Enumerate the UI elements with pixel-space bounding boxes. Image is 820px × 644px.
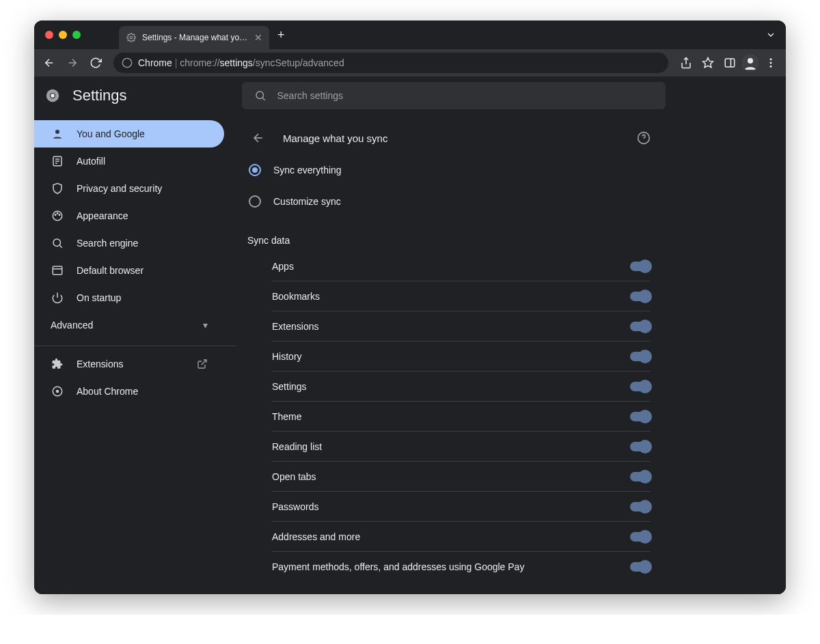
radio-unselected-icon	[249, 195, 261, 208]
svg-point-18	[55, 130, 59, 134]
profile-avatar[interactable]	[742, 55, 758, 71]
sidebar-item-label: Default browser	[77, 265, 144, 276]
chrome-logo-icon	[45, 88, 60, 103]
toggle-extensions[interactable]	[630, 322, 651, 331]
chrome-icon	[51, 385, 64, 397]
palette-icon	[51, 210, 64, 222]
sync-row-reading-list: Reading list	[272, 432, 651, 462]
browser-toolbar: Chrome | chrome://settings/syncSetup/adv…	[34, 49, 786, 76]
settings-header: Settings	[34, 76, 786, 115]
svg-line-28	[59, 245, 62, 247]
shield-icon	[51, 182, 64, 195]
forward-button[interactable]	[63, 53, 82, 72]
sync-row-label: Settings	[272, 381, 307, 392]
sync-row-label: Reading list	[272, 441, 322, 452]
toggle-passwords[interactable]	[630, 502, 651, 512]
sync-row-label: Bookmarks	[272, 291, 320, 302]
sync-row-passwords: Passwords	[272, 492, 651, 522]
sidebar-advanced-label: Advanced	[51, 320, 93, 331]
page-content: Settings You and Google Autofill	[34, 76, 786, 594]
svg-point-24	[55, 214, 56, 216]
toggle-open-tabs[interactable]	[630, 472, 651, 481]
chevron-down-icon: ▾	[203, 320, 208, 331]
radio-sync-everything[interactable]: Sync everything	[246, 154, 651, 186]
minimize-window-button[interactable]	[59, 31, 67, 39]
sidebar-item-label: On startup	[77, 292, 121, 303]
sidebar-item-privacy[interactable]: Privacy and security	[34, 175, 224, 202]
browser-tab[interactable]: Settings - Manage what you sy ✕	[119, 26, 269, 49]
gear-icon	[126, 32, 137, 43]
sidebar-item-you-and-google[interactable]: You and Google	[34, 120, 224, 148]
panel-back-button[interactable]	[246, 126, 271, 150]
toggle-history[interactable]	[630, 352, 651, 361]
search-icon	[51, 237, 64, 249]
new-tab-button[interactable]: +	[277, 28, 285, 42]
extension-icon	[51, 358, 64, 370]
sidebar-item-search-engine[interactable]: Search engine	[34, 229, 224, 257]
sidebar-item-label: Autofill	[77, 156, 105, 167]
browser-icon	[51, 264, 64, 277]
sidebar-item-autofill[interactable]: Autofill	[34, 148, 224, 175]
sync-row-label: History	[272, 351, 302, 362]
settings-main: Manage what you sync Sync everything Cus…	[236, 115, 786, 594]
svg-point-15	[51, 94, 55, 98]
sidebar-item-extensions[interactable]: Extensions	[34, 350, 224, 378]
back-button[interactable]	[40, 53, 59, 72]
toggle-theme[interactable]	[630, 412, 651, 421]
sync-row-addresses: Addresses and more	[272, 522, 651, 552]
sync-row-label: Theme	[272, 411, 302, 422]
sync-row-bookmarks: Bookmarks	[272, 281, 651, 311]
svg-point-10	[770, 58, 772, 60]
menu-button[interactable]	[761, 53, 780, 72]
tabs-dropdown-button[interactable]	[765, 29, 776, 40]
radio-customize-sync[interactable]: Customize sync	[246, 186, 651, 217]
sidebar-item-on-startup[interactable]: On startup	[34, 284, 224, 311]
sync-row-open-tabs: Open tabs	[272, 462, 651, 492]
svg-line-17	[262, 98, 264, 100]
toggle-apps[interactable]	[630, 262, 651, 271]
side-panel-button[interactable]	[720, 53, 739, 72]
share-button[interactable]	[676, 53, 696, 72]
sync-row-payment: Payment methods, offers, and addresses u…	[272, 552, 651, 582]
help-button[interactable]	[637, 131, 651, 145]
toggle-bookmarks[interactable]	[630, 292, 651, 301]
sidebar-item-appearance[interactable]: Appearance	[34, 202, 224, 229]
svg-point-0	[130, 36, 133, 39]
svg-line-32	[202, 360, 206, 365]
sidebar-item-label: Extensions	[77, 359, 123, 369]
toggle-reading-list[interactable]	[630, 442, 651, 451]
svg-point-3	[122, 58, 131, 67]
close-window-button[interactable]	[45, 31, 53, 39]
toggle-addresses[interactable]	[630, 532, 651, 542]
svg-point-27	[53, 239, 61, 247]
address-bar[interactable]: Chrome | chrome://settings/syncSetup/adv…	[113, 53, 668, 73]
svg-marker-5	[703, 58, 713, 68]
reload-button[interactable]	[86, 53, 105, 72]
sync-row-label: Addresses and more	[272, 531, 360, 542]
sync-row-label: Apps	[272, 261, 294, 272]
sidebar-advanced-toggle[interactable]: Advanced ▾	[34, 311, 224, 339]
svg-point-26	[59, 214, 60, 216]
panel-header: Manage what you sync	[246, 122, 651, 154]
toolbar-actions	[676, 53, 780, 72]
sync-row-label: Open tabs	[272, 471, 316, 482]
sidebar-item-default-browser[interactable]: Default browser	[34, 257, 224, 284]
settings-search[interactable]	[242, 82, 666, 109]
sidebar-item-label: Search engine	[77, 238, 138, 249]
power-icon	[51, 292, 64, 304]
toggle-payment[interactable]	[630, 562, 651, 572]
sidebar-item-about-chrome[interactable]: About Chrome	[34, 378, 224, 405]
toggle-settings[interactable]	[630, 382, 651, 391]
person-icon	[51, 128, 64, 140]
fullscreen-window-button[interactable]	[72, 31, 81, 39]
panel-title: Manage what you sync	[283, 132, 625, 144]
settings-search-input[interactable]	[276, 89, 653, 102]
url-text: Chrome | chrome://settings/syncSetup/adv…	[138, 57, 344, 68]
page-title: Settings	[72, 87, 127, 104]
bookmark-button[interactable]	[698, 53, 718, 72]
window-controls	[45, 31, 81, 39]
site-info-icon[interactable]	[122, 57, 133, 68]
svg-point-11	[770, 62, 772, 64]
close-tab-button[interactable]: ✕	[254, 33, 262, 42]
sync-row-history: History	[272, 341, 651, 372]
